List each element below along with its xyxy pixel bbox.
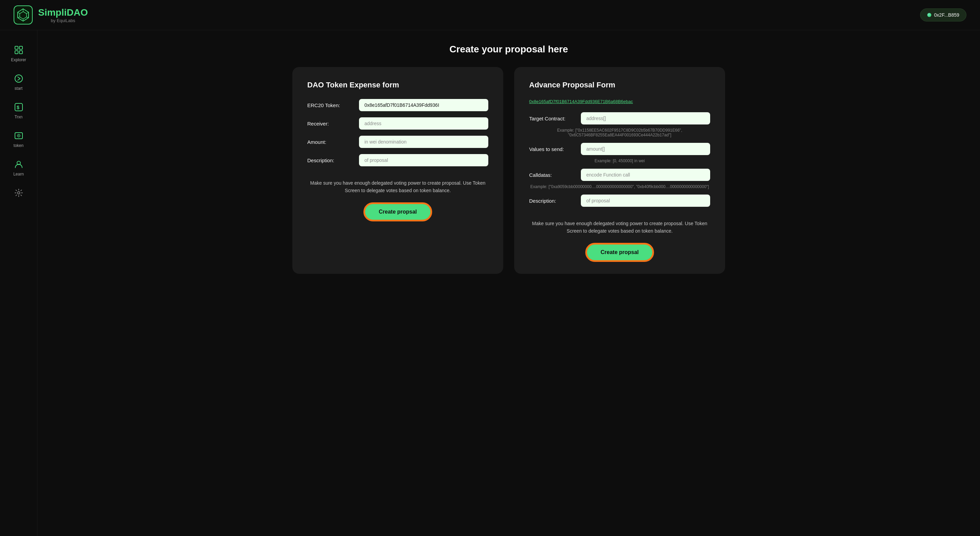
- erc20-label: ERC20 Token:: [307, 102, 355, 108]
- dao-form-title: DAO Token Expense form: [307, 81, 488, 89]
- dao-form-info: Make sure you have enough delegated voti…: [307, 179, 488, 195]
- adv-description-row: Description:: [529, 195, 710, 207]
- sidebar-item-start[interactable]: start: [3, 69, 34, 95]
- page-title: Create your proposal here: [450, 44, 568, 55]
- values-row: Values to send:: [529, 143, 710, 155]
- wallet-address: 0x2F...B859: [934, 12, 959, 18]
- values-label: Values to send:: [529, 146, 577, 152]
- sidebar-item-trxn[interactable]: $ Trxn: [3, 98, 34, 124]
- user-icon: [13, 159, 24, 170]
- sidebar: Explorer start $ Trxn: [0, 30, 37, 536]
- sidebar-label-explorer: Explorer: [11, 57, 26, 62]
- grid-icon: [13, 44, 24, 56]
- svg-rect-11: [19, 46, 22, 49]
- svg-rect-0: [14, 5, 33, 24]
- svg-rect-10: [15, 46, 18, 49]
- target-row: Target Contract:: [529, 112, 710, 124]
- erc20-row: ERC20 Token:: [307, 99, 488, 111]
- receiver-label: Receiver:: [307, 121, 355, 127]
- sidebar-label-trxn: Trxn: [14, 115, 23, 119]
- amount-row: Amount:: [307, 136, 488, 148]
- calldatas-label: Calldatas:: [529, 172, 577, 178]
- description-label: Description:: [307, 157, 355, 163]
- description-row: Description:: [307, 154, 488, 166]
- brand-sub: by EquiLabs: [38, 18, 88, 23]
- calldatas-example: Example: ["0xa9059cbb00000000....0000000…: [529, 184, 710, 189]
- target-input[interactable]: [581, 112, 710, 124]
- main-layout: Explorer start $ Trxn: [0, 30, 980, 536]
- advance-proposal-form: Advance Proposal Form 0x8e165afD7f01B671…: [514, 67, 725, 274]
- forms-container: DAO Token Expense form ERC20 Token: Rece…: [270, 67, 747, 274]
- trxn-icon: $: [13, 102, 24, 113]
- contract-link[interactable]: 0x8e165afD7f01B6714A39Fdd936E71B6a68B6eb…: [529, 99, 710, 104]
- svg-point-19: [18, 135, 19, 136]
- sidebar-label-start: start: [14, 86, 22, 91]
- advance-create-button[interactable]: Create propsal: [587, 244, 652, 260]
- dao-create-button[interactable]: Create propsal: [365, 204, 430, 220]
- dao-token-expense-form: DAO Token Expense form ERC20 Token: Rece…: [292, 67, 503, 274]
- amount-input[interactable]: [359, 136, 488, 148]
- svg-rect-13: [19, 51, 22, 54]
- brand-area: SimpliDAO by EquiLabs: [14, 5, 88, 24]
- target-example: Example: ["0x1158EE5AC602F9517C8D9C02b5b…: [529, 128, 710, 137]
- receiver-input[interactable]: [359, 117, 488, 130]
- calldatas-input[interactable]: [581, 169, 710, 181]
- amount-label: Amount:: [307, 139, 355, 145]
- sidebar-label-learn: Learn: [13, 172, 24, 176]
- wallet-status-dot: [927, 13, 931, 17]
- wallet-button[interactable]: 0x2F...B859: [920, 8, 966, 21]
- adv-description-input[interactable]: [581, 195, 710, 207]
- calldatas-row: Calldatas:: [529, 169, 710, 181]
- header: SimpliDAO by EquiLabs 0x2F...B859: [0, 0, 980, 30]
- svg-text:$: $: [17, 105, 19, 110]
- brand-name: SimpliDAO: [38, 7, 88, 18]
- erc20-input[interactable]: [359, 99, 488, 111]
- logo-icon: [14, 5, 33, 24]
- adv-description-label: Description:: [529, 198, 577, 204]
- values-example: Example: [0, 450000] in wei: [529, 159, 710, 163]
- svg-point-21: [18, 192, 20, 194]
- receiver-row: Receiver:: [307, 117, 488, 130]
- sidebar-item-explorer[interactable]: Explorer: [3, 40, 34, 66]
- content-area: Create your proposal here DAO Token Expe…: [37, 30, 980, 536]
- sidebar-item-learn[interactable]: Learn: [3, 155, 34, 181]
- sidebar-label-token: token: [14, 143, 24, 148]
- sidebar-item-settings[interactable]: [3, 183, 34, 202]
- advance-form-info: Make sure you have enough delegated voti…: [529, 220, 710, 235]
- svg-point-14: [15, 75, 22, 82]
- brand-text: SimpliDAO by EquiLabs: [38, 7, 88, 23]
- advance-form-title: Advance Proposal Form: [529, 81, 710, 89]
- arrow-right-circle-icon: [13, 73, 24, 84]
- description-input[interactable]: [359, 154, 488, 166]
- token-icon: [13, 130, 24, 141]
- values-input[interactable]: [581, 143, 710, 155]
- settings-icon: [13, 187, 24, 198]
- sidebar-item-token[interactable]: token: [3, 126, 34, 152]
- svg-rect-12: [15, 51, 18, 54]
- target-label: Target Contract:: [529, 116, 577, 121]
